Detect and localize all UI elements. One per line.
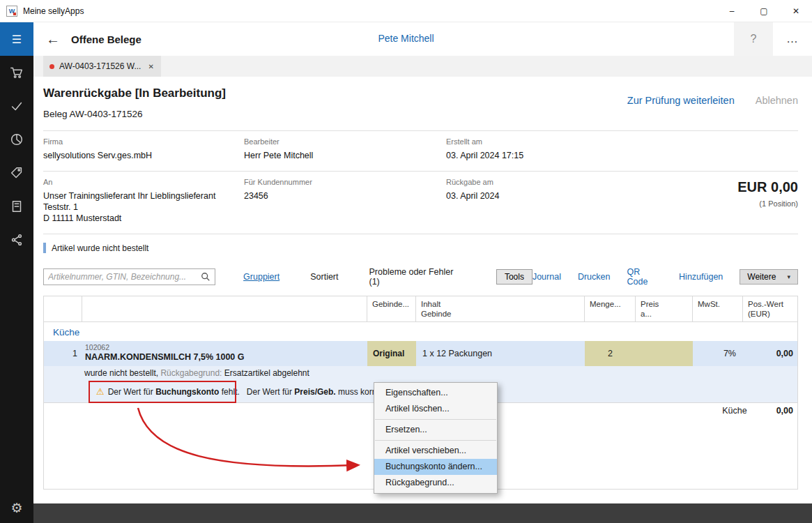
gear-icon[interactable]: ⚙: [0, 494, 33, 522]
maximize-button[interactable]: ▢: [748, 0, 780, 22]
position-count: (1 Position): [624, 199, 798, 208]
hinzufuegen-link[interactable]: Hinzufügen: [679, 272, 723, 282]
document-title: Warenrückgabe [In Bearbeitung]: [43, 85, 226, 102]
minimize-button[interactable]: –: [716, 0, 748, 22]
menu-separator: [375, 419, 496, 420]
journal-link[interactable]: Journal: [533, 272, 561, 282]
preis-cell[interactable]: [636, 341, 693, 366]
help-button[interactable]: ?: [734, 22, 773, 56]
article-cell[interactable]: 102062 NAARM.KONDENSMILCH 7,5% 1000 G: [82, 341, 367, 366]
modified-indicator-dot: [49, 64, 54, 69]
warning-icon: ⚠: [96, 386, 105, 397]
firma-label: Firma: [43, 137, 244, 146]
sidebar: ⚙: [0, 56, 33, 523]
article-name: NAARM.KONDENSMILCH 7,5% 1000 G: [85, 351, 367, 363]
sortiert-link[interactable]: Sortiert: [310, 272, 338, 282]
an-address: Unser Trainingslieferant Ihr Lieblingsli…: [43, 190, 244, 224]
erstellt-am-value: 03. April 2024 17:15: [446, 150, 624, 161]
document-header: Warenrückgabe [In Bearbeitung] Beleg AW-…: [33, 77, 812, 121]
rueckgabe-am-label: Rückgabe am: [446, 178, 624, 186]
table-header-row: Gebinde... InhaltGebinde Menge... Preisa…: [44, 296, 797, 322]
window-title: Meine sellyApps: [23, 6, 84, 16]
col-inhalt-gebinde[interactable]: InhaltGebinde: [416, 296, 585, 321]
an-line1: Unser Trainingslieferant Ihr Lieblingsli…: [43, 190, 244, 202]
tab-label: AW-0403-171526 W...: [59, 61, 141, 71]
col-menge[interactable]: Menge...: [585, 296, 636, 321]
current-user[interactable]: Pete Mitchell: [378, 33, 434, 44]
hamburger-menu-icon[interactable]: ☰: [0, 22, 33, 56]
menu-item-eigenschaften[interactable]: Eigenschaften...: [374, 385, 497, 401]
document-fields: Firma sellysolutions Serv.ges.mbH Bearbe…: [43, 130, 798, 228]
col-pos-wert[interactable]: Pos.-Wert(EUR): [743, 296, 797, 321]
an-line3: D 11111 Musterstadt: [43, 213, 244, 224]
weitere-dropdown[interactable]: Weitere ▾: [740, 269, 798, 285]
kundennummer-value: 23456: [244, 190, 446, 202]
note-part-a: wurde nicht bestellt,: [84, 368, 160, 378]
article-number: 102062: [85, 343, 367, 351]
group-header[interactable]: Küche: [44, 322, 797, 341]
menu-separator: [375, 440, 496, 441]
item-toolbar: Gruppiert Sortiert Probleme oder Fehler …: [43, 267, 798, 287]
col-mwst[interactable]: MwSt.: [693, 296, 743, 321]
kundennummer-label: Für Kundennummer: [244, 178, 446, 186]
app-header: ☰ ← Offene Belege Pete Mitchell ? …: [0, 22, 812, 56]
mwst-cell: 7%: [693, 341, 743, 366]
close-button[interactable]: ✕: [780, 0, 812, 22]
note-text: Artikel wurde nicht bestellt: [52, 243, 148, 253]
weitere-label: Weitere: [747, 272, 776, 282]
price-tag-icon[interactable]: [0, 156, 33, 190]
rueckgabegrund-label: Rückgabegrund:: [160, 368, 222, 378]
document-tab[interactable]: AW-0403-171526 W... ✕: [43, 56, 161, 77]
probleme-fehler-link[interactable]: Probleme oder Fehler (1): [369, 267, 466, 287]
window-controls: – ▢ ✕: [716, 0, 812, 22]
tab-strip: AW-0403-171526 W... ✕: [33, 56, 812, 77]
tab-close-icon[interactable]: ✕: [148, 63, 153, 70]
pie-chart-icon[interactable]: [0, 123, 33, 156]
col-description: [82, 296, 367, 321]
an-label: An: [43, 178, 244, 186]
gebinde-cell[interactable]: Original: [367, 341, 416, 366]
inhalt-cell[interactable]: 1 x 12 Packungen: [416, 341, 585, 366]
an-line2: Teststr. 1: [43, 202, 244, 213]
menu-item-artikel-loeschen[interactable]: Artikel löschen...: [374, 401, 497, 417]
book-icon[interactable]: [0, 190, 33, 223]
context-menu: Eigenschaften... Artikel löschen... Erse…: [374, 382, 498, 494]
menu-item-artikel-verschieben[interactable]: Artikel verschieben...: [374, 443, 497, 459]
document-note: Artikel wurde nicht bestellt: [43, 243, 798, 253]
back-button[interactable]: ←: [43, 31, 63, 47]
article-search[interactable]: [43, 268, 215, 285]
menu-item-rueckgabegrund[interactable]: Rückgabegrund...: [374, 475, 497, 491]
col-number: [44, 296, 82, 321]
col-preis[interactable]: Preisa...: [636, 296, 693, 321]
status-bar: [33, 503, 812, 523]
title-bar: W Meine sellyApps – ▢ ✕: [0, 0, 812, 22]
table-row[interactable]: 1 102062 NAARM.KONDENSMILCH 7,5% 1000 G …: [44, 341, 797, 366]
page-title: Offene Belege: [71, 33, 141, 45]
share-icon[interactable]: [0, 223, 33, 257]
menu-item-buchungskonto-aendern[interactable]: Buchungskonto ändern...: [374, 459, 497, 475]
summary-value: 0,00: [776, 406, 793, 416]
note-accent-bar: [43, 243, 46, 253]
checkmark-icon[interactable]: [0, 89, 33, 123]
erstellt-am-label: Erstellt am: [446, 137, 624, 146]
more-options-button[interactable]: …: [773, 22, 812, 56]
note-part-c: Ersatzartikel abgelehnt: [222, 368, 309, 378]
menge-cell[interactable]: 2: [585, 341, 636, 366]
gruppiert-link[interactable]: Gruppiert: [243, 272, 279, 282]
bearbeiter-label: Bearbeiter: [244, 137, 446, 146]
search-input[interactable]: [48, 272, 197, 282]
chevron-down-icon: ▾: [787, 273, 790, 280]
document-number: Beleg AW-0403-171526: [43, 108, 226, 121]
menu-item-ersetzen[interactable]: Ersetzen...: [374, 422, 497, 438]
row-status-note: wurde nicht bestellt, Rückgabegrund: Ers…: [44, 366, 797, 381]
summary-group-label: Küche: [722, 406, 746, 416]
tools-button[interactable]: Tools: [496, 269, 533, 285]
forward-for-review-link[interactable]: Zur Prüfung weiterleiten: [627, 95, 735, 121]
firma-value: sellysolutions Serv.ges.mbH: [43, 150, 244, 161]
col-gebinde[interactable]: Gebinde...: [367, 296, 416, 321]
qr-code-link[interactable]: QR Code: [627, 267, 662, 287]
bearbeiter-value: Herr Pete Mitchell: [244, 150, 446, 161]
drucken-link[interactable]: Drucken: [578, 272, 611, 282]
cart-icon[interactable]: [0, 56, 33, 89]
rueckgabe-am-value: 03. April 2024: [446, 190, 624, 202]
